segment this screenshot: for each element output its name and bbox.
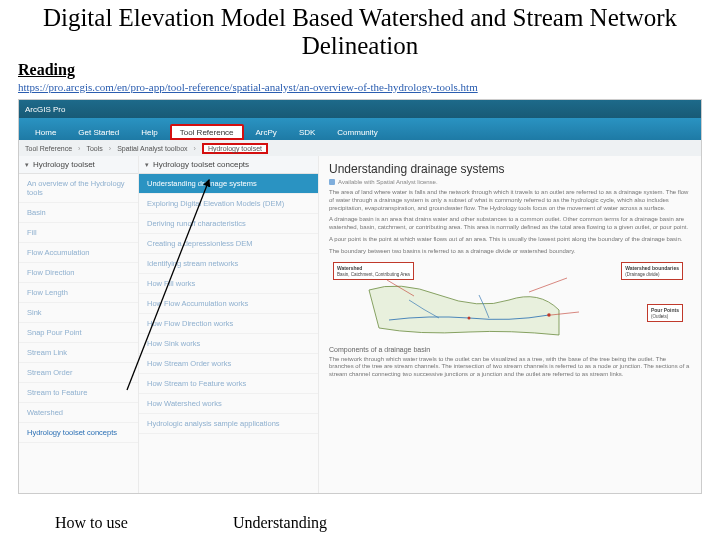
license-note: Available with Spatial Analyst license. [329,179,691,185]
column-toolset: ▾Hydrology toolset An overview of the Hy… [19,156,139,493]
reading-label: Reading [0,59,720,79]
item-flow-accumulation[interactable]: Flow Accumulation [19,243,138,263]
article-p4: The boundary between two basins is refer… [329,248,691,256]
nav-arcpy[interactable]: ArcPy [246,124,287,140]
concept-flow-accum[interactable]: How Flow Accumulation works [139,294,318,314]
concept-stream-feature[interactable]: How Stream to Feature works [139,374,318,394]
concept-depressionless[interactable]: Creating a depressionless DEM [139,234,318,254]
item-overview[interactable]: An overview of the Hydrology tools [19,174,138,203]
watershed-diagram: WatershedBasin, Catchment, Contributing … [329,260,691,340]
concept-stream-networks[interactable]: Identifying stream networks [139,254,318,274]
chevron-icon: › [78,145,80,152]
article-p2: A drainage basin is an area that drains … [329,216,691,232]
concept-drainage[interactable]: Understanding drainage systems [139,174,318,194]
nav-help[interactable]: Help [131,124,167,140]
col2-header[interactable]: ▾Hydrology toolset concepts [139,156,318,174]
arcgis-screenshot: ArcGIS Pro Home Get Started Help Tool Re… [18,99,702,494]
concept-watershed[interactable]: How Watershed works [139,394,318,414]
article-pane: Understanding drainage systems Available… [319,156,701,493]
chevron-down-icon: ▾ [25,161,29,169]
label-understanding: Understanding [233,514,327,532]
article-p5: The network through which water travels … [329,356,691,379]
item-stream-to-feature[interactable]: Stream to Feature [19,383,138,403]
article-heading: Understanding drainage systems [329,162,691,176]
topbar: ArcGIS Pro [19,100,701,118]
col2-header-text: Hydrology toolset concepts [153,160,312,169]
crumb-tool-reference[interactable]: Tool Reference [25,145,72,152]
article-p1: The area of land where water is falls an… [329,189,691,212]
item-flow-length[interactable]: Flow Length [19,283,138,303]
item-snap-pour-point[interactable]: Snap Pour Point [19,323,138,343]
svg-line-3 [529,278,567,292]
slide-title: Digital Elevation Model Based Watershed … [0,0,720,59]
concept-sink[interactable]: How Sink works [139,334,318,354]
reference-url[interactable]: https://pro.arcgis.com/en/pro-app/tool-r… [0,79,720,99]
concept-sample[interactable]: Hydrologic analysis sample applications [139,414,318,434]
chevron-icon: › [194,145,196,152]
item-watershed[interactable]: Watershed [19,403,138,423]
label-how-to-use: How to use [55,514,128,532]
brand-label: ArcGIS Pro [25,105,65,114]
concept-runoff[interactable]: Deriving runoff characteristics [139,214,318,234]
concept-fill[interactable]: How Fill works [139,274,318,294]
concept-flow-dir[interactable]: How Flow Direction works [139,314,318,334]
nav-home[interactable]: Home [25,124,66,140]
col1-header-text: Hydrology toolset [33,160,132,169]
nav-get-started[interactable]: Get Started [68,124,129,140]
article-p3: A pour point is the point at which water… [329,236,691,244]
crumb-hydrology-toolset[interactable]: Hydrology toolset [202,143,268,154]
item-sink[interactable]: Sink [19,303,138,323]
svg-point-1 [468,316,471,319]
content-area: ▾Hydrology toolset An overview of the Hy… [19,156,701,493]
item-stream-link[interactable]: Stream Link [19,343,138,363]
crumb-tools[interactable]: Tools [86,145,102,152]
navbar: Home Get Started Help Tool Reference Arc… [19,118,701,140]
concept-dem[interactable]: Exploring Digital Elevation Models (DEM) [139,194,318,214]
svg-point-0 [547,313,551,317]
breadcrumb: Tool Reference› Tools› Spatial Analyst t… [19,140,701,156]
nav-community[interactable]: Community [327,124,387,140]
col1-header[interactable]: ▾Hydrology toolset [19,156,138,174]
diagram-svg [329,260,691,340]
license-icon [329,179,335,185]
column-concepts: ▾Hydrology toolset concepts Understandin… [139,156,319,493]
bottom-labels: How to use Understanding [0,514,720,532]
item-concepts[interactable]: Hydrology toolset concepts [19,423,138,443]
crumb-spatial-analyst[interactable]: Spatial Analyst toolbox [117,145,187,152]
concept-stream-order[interactable]: How Stream Order works [139,354,318,374]
nav-tool-reference[interactable]: Tool Reference [170,124,244,140]
item-stream-order[interactable]: Stream Order [19,363,138,383]
item-fill[interactable]: Fill [19,223,138,243]
diagram-caption: Components of a drainage basin [329,346,691,353]
chevron-icon: › [109,145,111,152]
nav-sdk[interactable]: SDK [289,124,325,140]
item-basin[interactable]: Basin [19,203,138,223]
item-flow-direction[interactable]: Flow Direction [19,263,138,283]
chevron-down-icon: ▾ [145,161,149,169]
